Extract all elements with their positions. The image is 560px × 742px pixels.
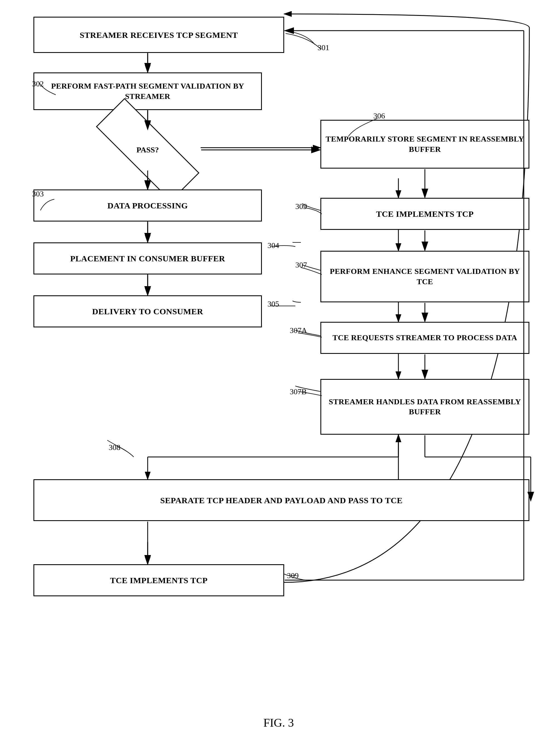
box-delivery-consumer: DELIVERY TO CONSUMER (34, 295, 262, 327)
box-streamer-handles: STREAMER HANDLES DATA FROM REASSEMBLY BU… (320, 379, 529, 435)
ref-304: 304 (268, 241, 279, 250)
diamond-pass: PASS? (95, 129, 201, 170)
ref-303: 303 (32, 190, 44, 198)
box-data-processing: DATA PROCESSING (34, 190, 262, 221)
ref-309-bottom: 309 (287, 571, 299, 580)
flowchart-arrows (0, 0, 560, 742)
main-arrows (0, 0, 560, 742)
box-fast-path-validation: PERFORM FAST-PATH SEGMENT VALIDATION BY … (34, 72, 262, 110)
figure-label: FIG. 3 (209, 716, 348, 730)
ref-302: 302 (32, 80, 44, 88)
box-placement-consumer: PLACEMENT IN CONSUMER BUFFER (34, 243, 262, 274)
diagram-container: STREAMER RECEIVES TCP SEGMENT 301 PERFOR… (0, 0, 560, 742)
ref-305: 305 (268, 300, 279, 309)
ref-301: 301 (318, 43, 329, 52)
ref-309-top: 309 (295, 202, 307, 211)
box-separate-tcp: SEPARATE TCP HEADER AND PAYLOAD AND PASS… (34, 479, 529, 521)
box-temp-store: TEMPORARILY STORE SEGMENT IN REASSEMBLY … (320, 120, 529, 169)
ref-308: 308 (109, 443, 120, 452)
box-enhance-validation: PERFORM ENHANCE SEGMENT VALIDATION BY TC… (320, 251, 529, 302)
box-tce-implements-bottom: TCE IMPLEMENTS TCP (34, 564, 284, 596)
ref-307: 307 (295, 261, 307, 269)
box-tce-requests: TCE REQUESTS STREAMER TO PROCESS DATA (320, 322, 529, 354)
ref-306: 306 (373, 111, 385, 120)
box-streamer-receives: STREAMER RECEIVES TCP SEGMENT (34, 17, 284, 53)
ref-307a: 307A (290, 326, 307, 335)
ref-307b: 307B (290, 387, 307, 396)
box-tce-implements-top: TCE IMPLEMENTS TCP (320, 198, 529, 230)
